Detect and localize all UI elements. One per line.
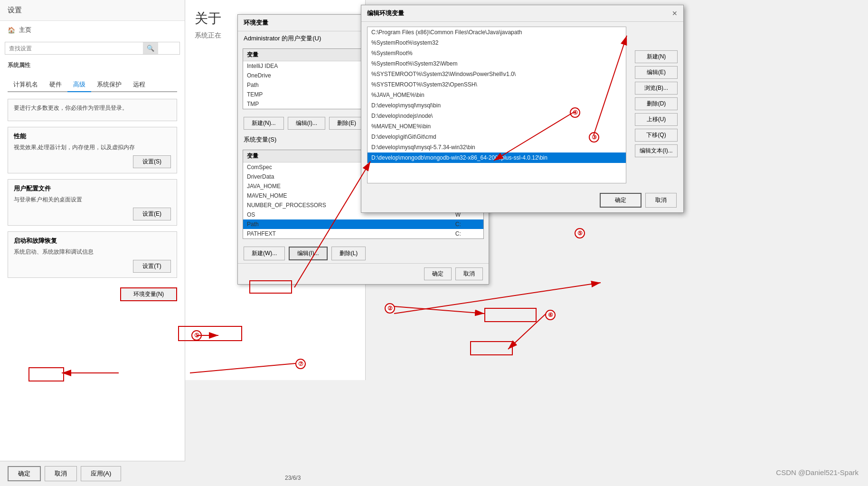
admin-note-block: 要进行大多数更改，你必须作为管理员登录。 [8, 99, 177, 121]
path-item[interactable]: D:\develop\nodejs\node\ [368, 111, 626, 121]
path-item[interactable]: D:\develop\git\Git\Git\cmd [368, 132, 626, 142]
path-new-btn[interactable]: 新建(N) [635, 50, 678, 63]
settings-title: 设置 [0, 0, 185, 21]
env-cancel-btn[interactable]: 取消 [455, 267, 483, 280]
search-icon[interactable]: 🔍 [143, 42, 158, 54]
startup-section: 启动和故障恢复 系统启动、系统故障和调试信息 设置(T) [8, 231, 177, 278]
path-delete-btn[interactable]: 删除(D) [635, 97, 678, 110]
highlight-edit-btn [484, 308, 537, 322]
user-new-btn[interactable]: 新建(N)... [244, 117, 284, 130]
perf-settings-btn[interactable]: 设置(S) [133, 155, 171, 168]
tab-remote[interactable]: 远程 [127, 78, 151, 91]
sys-delete-btn[interactable]: 删除(L) [331, 247, 366, 260]
edit-dialog-title: 编辑环境变量 [367, 9, 404, 18]
annotation-1: ① [191, 330, 202, 341]
datestamp: 23/6/3 [285, 475, 301, 481]
path-browse-btn[interactable]: 浏览(B)... [635, 82, 678, 95]
path-item[interactable]: D:\develop\mysql\mysql-5.7.34-win32\bin [368, 142, 626, 152]
path-item[interactable]: %SYSTEMROOT%\System32\OpenSSH\ [368, 79, 626, 90]
startup-title: 启动和故障恢复 [14, 237, 171, 245]
sys-new-btn[interactable]: 新建(W)... [244, 247, 285, 260]
user-delete-btn[interactable]: 删除(E) [329, 117, 364, 130]
sys-var-buttons: 新建(W)... 编辑(I)... 删除(L) [238, 244, 489, 263]
edit-dialog-titlebar: 编辑环境变量 ✕ [361, 5, 683, 22]
annotation-4: ④ [570, 107, 580, 118]
bottom-bar: 确定 取消 应用(A) [0, 461, 185, 486]
search-input[interactable] [5, 43, 143, 54]
bottom-confirm-btn[interactable]: 确定 [8, 466, 41, 481]
tab-bar: 计算机名 硬件 高级 系统保护 远程 [8, 78, 177, 92]
path-item[interactable]: %MAVEN_HOME%\bin [368, 121, 626, 132]
path-move-up-btn[interactable]: 上移(U) [635, 113, 678, 126]
arrow-2 [394, 306, 484, 314]
path-item[interactable]: %SystemRoot%\system32 [368, 38, 626, 48]
settings-window: 设置 🏠 主页 🔍 系统属性 计算机名 硬件 高级 系统保护 远程 要进行大多数… [0, 0, 185, 486]
path-edit-btn[interactable]: 编辑(E) [635, 66, 678, 79]
annotation-2: ② [385, 303, 395, 314]
profile-desc: 与登录帐户相关的桌面设置 [14, 196, 171, 204]
admin-note: 要进行大多数更改，你必须作为管理员登录。 [14, 104, 171, 112]
path-list-container: C:\Program Files (x86)\Common Files\Orac… [367, 27, 626, 183]
path-edit-text-btn[interactable]: 编辑文本(I)... [635, 144, 678, 157]
tab-computer-name[interactable]: 计算机名 [8, 78, 44, 91]
search-box: 🔍 [5, 42, 180, 55]
tab-hardware[interactable]: 硬件 [44, 78, 67, 91]
edit-cancel-btn[interactable]: 取消 [645, 193, 677, 208]
startup-desc: 系统启动、系统故障和调试信息 [14, 248, 171, 256]
perf-section: 性能 视觉效果,处理器计划，内存使用，以及虚拟内存 设置(S) [8, 127, 177, 173]
annotation-3: ③ [589, 132, 599, 143]
user-edit-btn[interactable]: 编辑(I)... [288, 117, 325, 130]
edit-ok-btn[interactable]: 确定 [600, 193, 642, 208]
perf-desc: 视觉效果,处理器计划，内存使用，以及虚拟内存 [14, 143, 171, 152]
tab-sys-protect[interactable]: 系统保护 [91, 78, 127, 91]
path-item[interactable]: D:\develop\mysql\mysql\bin [368, 100, 626, 111]
path-item[interactable]: C:\Program Files (x86)\Common Files\Orac… [368, 27, 626, 38]
path-item[interactable]: %JAVA_HOME%\bin [368, 90, 626, 100]
path-item[interactable]: D:\develop\mongodb\mongodb-win32-x86_64-… [368, 152, 626, 163]
profile-title: 用户配置文件 [14, 184, 171, 193]
profile-settings-btn[interactable]: 设置(E) [133, 208, 171, 220]
bottom-cancel-btn[interactable]: 取消 [45, 466, 77, 481]
settings-home: 🏠 主页 [0, 21, 185, 39]
startup-settings-btn[interactable]: 设置(T) [133, 260, 171, 273]
path-item[interactable]: %SystemRoot% [368, 48, 626, 58]
path-item[interactable]: %SYSTEMROOT%\System32\WindowsPowerShell\… [368, 69, 626, 79]
env-dialog-footer: 确定 取消 [238, 263, 489, 284]
arrow-6 [508, 314, 546, 349]
home-label: 主页 [19, 26, 31, 34]
path-list: C:\Program Files (x86)\Common Files\Orac… [368, 27, 626, 163]
tab-advanced[interactable]: 高级 [67, 78, 91, 92]
sys-var-row[interactable]: PATHFEXTC: [243, 229, 483, 238]
edit-env-dialog: 编辑环境变量 ✕ C:\Program Files (x86)\Common F… [361, 5, 684, 213]
highlight-ok-btn [470, 341, 513, 355]
arrow-5 [394, 283, 601, 314]
profile-section: 用户配置文件 与登录帐户相关的桌面设置 设置(E) [8, 179, 177, 226]
env-vars-btn[interactable]: 环境变量(N) [120, 287, 177, 301]
home-icon: 🏠 [8, 27, 15, 34]
sys-var-row[interactable]: PathC: [243, 219, 483, 229]
watermark: CSDN @Daniel521-Spark [776, 468, 859, 476]
close-dialog-btn[interactable]: ✕ [672, 10, 678, 17]
edit-right-buttons: 新建(N) 编辑(E) 浏览(B)... 删除(D) 上移(U) 下移(Q) 编… [635, 50, 678, 157]
sys-props-content: 计算机名 硬件 高级 系统保护 远程 要进行大多数更改，你必须作为管理员登录。 … [0, 73, 185, 306]
annotation-7: ⑦ [295, 359, 306, 369]
sys-props-label: 系统属性 [0, 57, 185, 73]
bottom-apply-btn[interactable]: 应用(A) [81, 466, 121, 481]
path-item[interactable]: %SystemRoot%\System32\Wbem [368, 58, 626, 69]
annotation-5: ⑤ [575, 228, 585, 238]
perf-title: 性能 [14, 132, 171, 141]
env-ok-btn[interactable]: 确定 [424, 267, 452, 280]
annotation-6: ⑥ [545, 310, 556, 320]
sys-edit-btn[interactable]: 编辑(I)... [289, 247, 327, 260]
path-move-down-btn[interactable]: 下移(Q) [635, 129, 678, 142]
